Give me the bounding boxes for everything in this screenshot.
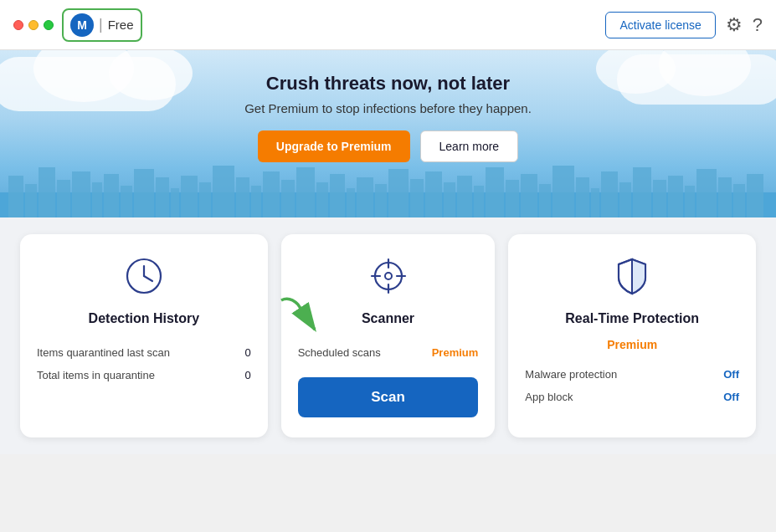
realtime-malware-row: Malware protection Off [525,363,739,386]
maximize-button[interactable] [44,20,54,30]
svg-rect-46 [733,184,745,217]
svg-rect-18 [281,180,295,217]
help-button[interactable]: ? [753,14,763,36]
svg-rect-39 [619,182,631,217]
svg-rect-43 [685,186,695,217]
svg-rect-10 [156,177,169,217]
svg-rect-8 [121,186,132,217]
hero-banner: Crush threats now, not later Get Premium… [0,50,776,217]
svg-rect-37 [591,188,599,217]
svg-line-50 [144,276,152,281]
svg-rect-45 [718,177,732,217]
minimize-button[interactable] [28,20,39,30]
svg-rect-3 [39,167,55,217]
scanner-scheduled-label: Scheduled scans [298,346,381,359]
scan-button[interactable]: Scan [298,377,479,417]
scanner-scheduled-value[interactable]: Premium [432,346,479,359]
hero-subtitle: Get Premium to stop infections before th… [244,101,532,115]
detection-history-rows: Items quarantined last scan 0 Total item… [37,341,251,386]
detection-history-title: Detection History [89,311,199,326]
realtime-premium-label: Premium [607,338,657,351]
close-button[interactable] [13,20,23,30]
title-bar-left: M | Free [13,8,142,42]
svg-rect-7 [104,174,119,217]
svg-point-56 [385,273,392,279]
detection-row-2: Total items in quarantine 0 [37,364,251,386]
svg-rect-9 [134,169,154,217]
detection-row-2-label: Total items in quarantine [37,369,155,381]
svg-rect-24 [375,184,387,217]
detection-history-card: Detection History Items quarantined last… [20,234,268,437]
svg-rect-14 [213,166,234,217]
logo-container: M | Free [62,8,142,42]
svg-rect-38 [601,171,618,217]
settings-button[interactable]: ⚙ [726,14,743,36]
svg-rect-44 [696,169,717,217]
svg-rect-29 [457,176,472,217]
svg-rect-21 [330,174,345,217]
svg-rect-25 [388,169,409,217]
scanner-title: Scanner [362,311,414,326]
title-bar-right: Activate license ⚙ ? [605,12,763,38]
title-bar: M | Free Activate license ⚙ ? [0,0,776,50]
svg-rect-4 [57,180,70,217]
app-logo-icon: M [70,13,94,37]
svg-rect-30 [474,186,484,217]
svg-rect-26 [410,179,424,217]
svg-rect-33 [521,174,537,217]
traffic-lights [13,20,54,30]
realtime-malware-label: Malware protection [525,368,617,381]
scanner-card: Scanner Scheduled scans Premium Scan [281,234,496,437]
scanner-rows: Scheduled scans Premium [298,341,479,364]
svg-rect-2 [25,184,37,217]
clock-icon [122,254,166,301]
detection-row-1-label: Items quarantined last scan [37,346,170,359]
cards-section: Detection History Items quarantined last… [0,217,776,454]
realtime-appblock-value[interactable]: Off [723,391,739,403]
realtime-appblock-row: App block Off [525,386,739,408]
logo-separator: | [99,16,103,33]
svg-rect-19 [296,167,315,217]
learn-more-button[interactable]: Learn more [420,130,519,162]
svg-rect-35 [552,166,574,217]
realtime-appblock-label: App block [525,391,573,403]
svg-rect-32 [506,180,519,217]
upgrade-to-premium-button[interactable]: Upgrade to Premium [258,130,410,162]
svg-rect-42 [668,176,683,217]
svg-rect-23 [357,177,373,217]
svg-rect-11 [171,188,179,217]
svg-rect-6 [92,182,102,217]
cityscape-svg [0,159,776,217]
svg-rect-15 [236,177,249,217]
hero-content: Crush threats now, not later Get Premium… [244,73,532,162]
hero-title: Crush threats now, not later [244,73,532,95]
svg-rect-28 [444,182,455,217]
scanner-scheduled-row: Scheduled scans Premium [298,341,479,364]
svg-rect-22 [347,188,355,217]
svg-rect-17 [263,171,280,217]
realtime-malware-value[interactable]: Off [723,368,739,381]
realtime-rows: Malware protection Off App block Off [525,363,739,408]
svg-rect-27 [425,171,442,217]
scanner-icon [367,254,410,301]
activate-license-button[interactable]: Activate license [605,12,715,38]
svg-rect-12 [181,176,198,217]
realtime-title: Real-Time Protection [565,311,699,326]
svg-rect-1 [8,176,23,217]
svg-rect-20 [316,182,328,217]
realtime-protection-card: Real-Time Protection Premium Malware pro… [508,234,756,437]
detection-row-1-value: 0 [244,346,250,359]
svg-rect-34 [539,184,551,217]
svg-rect-13 [199,182,211,217]
svg-rect-41 [653,180,666,217]
svg-rect-16 [251,186,261,217]
scanner-card-wrapper: Scanner Scheduled scans Premium Scan [281,234,496,437]
svg-rect-40 [633,167,651,217]
svg-rect-47 [747,174,763,217]
logo-label: Free [108,18,134,32]
detection-row-1: Items quarantined last scan 0 [37,341,251,364]
shield-icon [610,254,654,301]
hero-buttons: Upgrade to Premium Learn more [244,130,532,162]
svg-rect-36 [576,177,589,217]
svg-rect-5 [72,171,90,217]
